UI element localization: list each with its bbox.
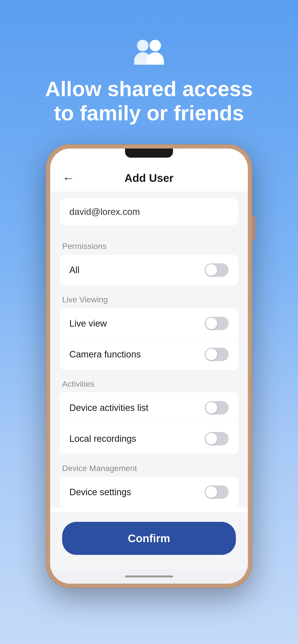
device-management-label: Device Management	[60, 459, 238, 477]
permission-label-all: All	[69, 265, 79, 275]
toggle-local-recordings[interactable]	[205, 432, 229, 446]
email-section: david@lorex.com	[50, 192, 248, 232]
app-header: ← Add User	[50, 163, 248, 192]
permission-label-activities-list: Device activities list	[69, 403, 148, 413]
permission-row-liveview: Live view	[60, 308, 238, 339]
phone-screen: ← Add User david@lorex.com Permissions A…	[50, 148, 248, 584]
toggle-device-settings[interactable]	[205, 486, 229, 499]
permission-row-camera-functions: Camera functions	[60, 339, 238, 370]
live-viewing-label: Live Viewing	[60, 290, 238, 308]
permissions-section: Permissions All Live Viewing	[50, 232, 248, 508]
permission-row-local-recordings: Local recordings	[60, 423, 238, 454]
permission-row-device-settings: Device settings	[60, 477, 238, 508]
page-title: Add User	[124, 172, 174, 184]
back-button[interactable]: ←	[62, 171, 75, 185]
permission-label-local-recordings: Local recordings	[69, 434, 136, 444]
toggle-knob-activities-list	[206, 402, 217, 414]
toggle-knob-liveview	[206, 318, 217, 329]
phone-mockup: ← Add User david@lorex.com Permissions A…	[46, 144, 252, 588]
permissions-label: Permissions	[60, 237, 238, 255]
hero-title: Allow shared access to family or friends	[26, 77, 272, 125]
activities-group: Device activities list Local recordings	[60, 392, 238, 454]
toggle-all[interactable]	[205, 263, 229, 277]
status-bar	[50, 148, 248, 163]
all-permission-group: All	[60, 255, 238, 285]
toggle-knob-all	[206, 264, 217, 276]
camera-cutout	[125, 148, 173, 158]
users-icon	[130, 38, 168, 65]
home-bar	[125, 576, 173, 578]
toggle-activities-list[interactable]	[205, 401, 229, 414]
toggle-camera-functions[interactable]	[205, 348, 229, 361]
side-button	[252, 216, 255, 240]
home-indicator	[50, 569, 248, 584]
top-section: Allow shared access to family or friends	[26, 0, 272, 144]
phone-wrapper: ← Add User david@lorex.com Permissions A…	[0, 144, 298, 644]
toggle-liveview[interactable]	[205, 317, 229, 330]
live-viewing-group: Live view Camera functions	[60, 308, 238, 370]
email-input[interactable]: david@lorex.com	[60, 198, 238, 225]
device-management-group: Device settings	[60, 477, 238, 508]
toggle-knob-camera-functions	[206, 348, 217, 360]
permission-row-all: All	[60, 255, 238, 285]
toggle-knob-device-settings	[206, 486, 217, 498]
permission-label-camera-functions: Camera functions	[69, 349, 141, 360]
permission-row-activities-list: Device activities list	[60, 392, 238, 423]
confirm-section: Confirm	[50, 512, 248, 569]
toggle-knob-local-recordings	[206, 433, 217, 444]
confirm-button[interactable]: Confirm	[62, 522, 236, 555]
activities-label: Activities	[60, 374, 238, 392]
permission-label-liveview: Live view	[69, 318, 107, 329]
app-content: ← Add User david@lorex.com Permissions A…	[50, 163, 248, 569]
permission-label-device-settings: Device settings	[69, 487, 131, 498]
